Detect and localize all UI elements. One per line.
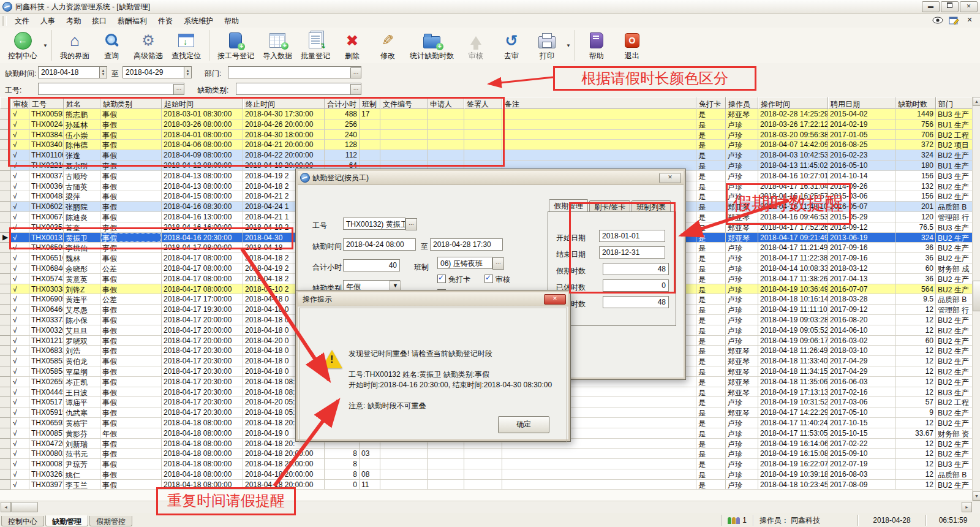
dept-browse-button[interactable]: … xyxy=(350,67,361,78)
table-row[interactable]: √THX03401陈伟德事假2018-04-06 08:00:002018-04… xyxy=(0,140,973,150)
toolbar-button-按工号登记[interactable]: +按工号登记 xyxy=(213,28,258,63)
column-header-缺勤时数[interactable]: 缺勤时数 xyxy=(895,97,936,109)
holiday-input-剩余时数[interactable]: 48 xyxy=(603,296,669,308)
close-view-icon[interactable]: ✕ xyxy=(964,16,975,26)
column-header-部门[interactable]: 部门 xyxy=(936,97,973,109)
table-row[interactable]: √THX00244孙延林事假2018-03-26 08:00:002018-04… xyxy=(0,119,973,130)
column-header-文件编号[interactable]: 文件编号 xyxy=(380,97,428,109)
dialog-title-bar[interactable]: 缺勤登记(按员工) ✕ xyxy=(298,171,684,185)
ok-button[interactable]: 确定 xyxy=(498,416,549,433)
horizontal-scrollbar[interactable]: ◄ ► xyxy=(0,501,980,514)
dropdown-arrow-icon[interactable]: ▼ xyxy=(566,43,571,48)
column-header-操作时间[interactable]: 操作时间 xyxy=(758,97,828,109)
cell: 陈小保 xyxy=(64,315,100,325)
holiday-input-已休时数[interactable]: 0 xyxy=(603,279,669,292)
column-header-操作员[interactable]: 操作员 xyxy=(726,97,758,109)
menu-bar: 文件人事考勤接口薪酬福利件资系统维护帮助 ✕ xyxy=(0,14,980,28)
vertical-scrollbar[interactable]: ▲ ▼ xyxy=(972,97,980,501)
column-header-缺勤类别[interactable]: 缺勤类别 xyxy=(100,97,162,109)
close-button[interactable]: ✕ xyxy=(960,1,978,12)
table-row[interactable]: √THX00802范书元事假2018-04-18 08:00:002018-04… xyxy=(0,449,973,459)
empid-browse-button[interactable]: … xyxy=(173,84,184,95)
date-to-spinner[interactable]: ▲▼ xyxy=(184,66,192,78)
abstype-browse-button[interactable]: … xyxy=(350,84,361,95)
menu-item-5[interactable]: 件资 xyxy=(153,15,178,26)
toolbar-button-统计缺勤时数[interactable]: +统计缺勤时数 xyxy=(405,28,458,63)
menu-item-6[interactable]: 系统维护 xyxy=(178,15,219,26)
toolbar-button-查询[interactable]: 查询 xyxy=(94,28,129,63)
toolbar-button-打印[interactable]: 打印 xyxy=(529,28,565,63)
toolbar-button-导入数据[interactable]: +导入数据 xyxy=(258,28,296,63)
table-row[interactable]: √THX00087尹琼芳事假2018-04-18 08:00:002018-04… xyxy=(0,459,973,469)
column-header-班制[interactable]: 班制 xyxy=(360,97,380,109)
emp-input[interactable]: THX00132) 黄振卫 xyxy=(343,218,405,230)
menu-item-1[interactable]: 人事 xyxy=(35,15,61,26)
preview-eye-icon[interactable] xyxy=(932,16,943,26)
date-to-input[interactable]: 2018-04-29 xyxy=(123,66,184,78)
audit-checkbox[interactable]: 审核 xyxy=(484,275,510,285)
minimize-button[interactable]: ▬ xyxy=(922,1,940,12)
toolbar-button-退出[interactable]: O退出 xyxy=(614,28,650,63)
date-from-input[interactable]: 2018-04-18 xyxy=(38,66,100,78)
table-row[interactable]: √THX03977李玉兰事假2018-04-18 08:00:002018-04… xyxy=(0,480,973,490)
holiday-input-假期时数[interactable]: 48 xyxy=(603,263,669,275)
column-header-备注[interactable]: 备注 xyxy=(502,97,696,109)
column-header-姓名[interactable]: 姓名 xyxy=(64,97,100,109)
dialog-tab-班制列表[interactable]: 班制列表 xyxy=(631,200,671,213)
column-header-申请人[interactable]: 申请人 xyxy=(428,97,464,109)
column-header-合计小时[interactable]: 合计小时 xyxy=(325,97,360,109)
holiday-input-开始日期[interactable]: 2018-01-01 xyxy=(599,230,665,242)
column-header-审核[interactable]: 审核 xyxy=(11,97,29,109)
menu-item-2[interactable]: 考勤 xyxy=(61,15,86,26)
alert-close-icon[interactable]: ✕ xyxy=(544,294,566,305)
cell: 2018-04-18 20:00:00 xyxy=(243,469,325,480)
column-header-工号[interactable]: 工号 xyxy=(29,97,64,109)
menu-item-7[interactable]: 帮助 xyxy=(219,15,244,26)
dialog-tab-刷卡/签卡[interactable]: 刷卡/签卡 xyxy=(589,200,630,213)
shift-browse-button[interactable]: … xyxy=(492,257,504,270)
toolbar-button-控制中心[interactable]: ←控制中心 xyxy=(4,28,42,63)
bottom-tab-缺勤管理[interactable]: 缺勤管理 xyxy=(45,515,88,526)
restore-button[interactable] xyxy=(941,1,959,12)
bottom-tab-控制中心[interactable]: 控制中心 xyxy=(1,516,44,526)
shift-input[interactable]: 06) 压铸夜班 xyxy=(437,257,492,269)
alert-title-bar[interactable]: 操作提示 ✕ xyxy=(298,292,568,306)
toolbar-button-高级筛选[interactable]: ⚙高级筛选 xyxy=(129,28,167,63)
edit-note-icon[interactable] xyxy=(948,16,959,26)
emp-browse-button[interactable]: … xyxy=(405,218,417,230)
bottom-tab-假期管控[interactable]: 假期管控 xyxy=(89,516,132,526)
table-row[interactable]: √THX00593熊志鹏事假2018-03-01 08:30:002018-04… xyxy=(0,109,973,119)
toolbar-button-帮助[interactable]: 帮助 xyxy=(579,28,614,63)
abs-to-input[interactable]: 2018-04-28 17:30 xyxy=(430,238,503,251)
table-row[interactable]: √THX03842伍小崇事假2018-04-01 08:00:002018-04… xyxy=(0,130,973,140)
toolbar-button-批量登记[interactable]: ↴批量登记 xyxy=(296,28,334,63)
cell: 2018-04-03 10:42:53 xyxy=(758,150,828,161)
column-header-免打卡[interactable]: 免打卡 xyxy=(696,97,726,109)
toolbar-button-我的界面[interactable]: ⌂我的界面 xyxy=(56,28,94,63)
cell: 首奎 xyxy=(64,222,100,233)
menu-item-3[interactable]: 接口 xyxy=(86,15,112,26)
column-header-终止时间[interactable]: 终止时间 xyxy=(243,97,325,109)
column-header-起始时间[interactable]: 起始时间 xyxy=(162,97,243,109)
holiday-input-结束日期[interactable]: 2018-12-31 xyxy=(599,246,665,259)
column-header-聘用日期[interactable]: 聘用日期 xyxy=(828,97,895,109)
dropdown-arrow-icon[interactable]: ▼ xyxy=(43,43,48,48)
table-row[interactable]: √THX03263姚仁事假2018-04-18 08:00:002018-04-… xyxy=(0,469,973,480)
menu-item-4[interactable]: 薪酬福利 xyxy=(112,15,153,26)
empid-input[interactable] xyxy=(38,83,184,95)
menu-item-0[interactable]: 文件 xyxy=(9,15,35,26)
date-from-spinner[interactable]: ▲▼ xyxy=(99,66,107,78)
abs-from-input[interactable]: 2018-04-24 08:00 xyxy=(343,238,416,251)
table-row[interactable]: √THX01106张逢事假2018-04-09 08:00:002018-04-… xyxy=(0,150,973,161)
toolbar-button-去审[interactable]: ↺去审 xyxy=(494,28,529,63)
column-header-indicator[interactable] xyxy=(0,97,11,109)
dept-input[interactable] xyxy=(228,66,361,78)
toolbar-button-删除[interactable]: ✖删除 xyxy=(334,28,370,63)
column-header-签署人[interactable]: 签署人 xyxy=(464,97,502,109)
toolbar-button-修改[interactable]: ✎修改 xyxy=(370,28,405,63)
dialog-close-icon[interactable]: ✕ xyxy=(659,173,681,183)
abstype-input[interactable] xyxy=(236,83,361,95)
nocard-checkbox[interactable]: 免打卡 xyxy=(437,275,470,285)
toolbar-button-查找定位[interactable]: 查找定位 xyxy=(167,28,205,63)
hours-input[interactable]: 40 xyxy=(343,259,400,271)
